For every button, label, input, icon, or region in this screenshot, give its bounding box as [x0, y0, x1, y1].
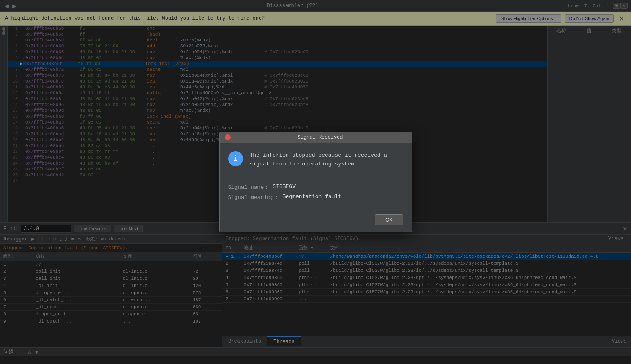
signal-meaning-label: Signal meaning：	[228, 194, 279, 201]
signal-name-label: Signal name：	[228, 183, 270, 191]
signal-meaning-row: Signal meaning： Segmentation fault	[228, 194, 403, 201]
signal-dialog: Signal Received i The inferior stopped b…	[219, 132, 412, 233]
dialog-details: Signal name： SIGSEGV Signal meaning： Seg…	[220, 183, 412, 210]
info-icon: i	[228, 151, 243, 166]
dialog-title: Signal Received	[234, 134, 407, 140]
dialog-body: i The inferior stopped because it receiv…	[220, 143, 412, 184]
signal-name-row: Signal name： SIGSEGV	[228, 183, 403, 191]
dialog-icon-row: i The inferior stopped because it receiv…	[228, 151, 403, 169]
dialog-footer: OK	[220, 210, 412, 232]
dialog-close-btn[interactable]	[225, 134, 231, 140]
signal-name-value: SIGSEGV	[273, 183, 296, 191]
signal-meaning-value: Segmentation fault	[283, 194, 341, 201]
dialog-message: The inferior stopped because it received…	[250, 151, 403, 169]
ok-button[interactable]: OK	[375, 214, 403, 225]
dialog-title-bar: Signal Received	[220, 132, 412, 143]
dialog-overlay: Signal Received i The inferior stopped b…	[0, 0, 631, 364]
